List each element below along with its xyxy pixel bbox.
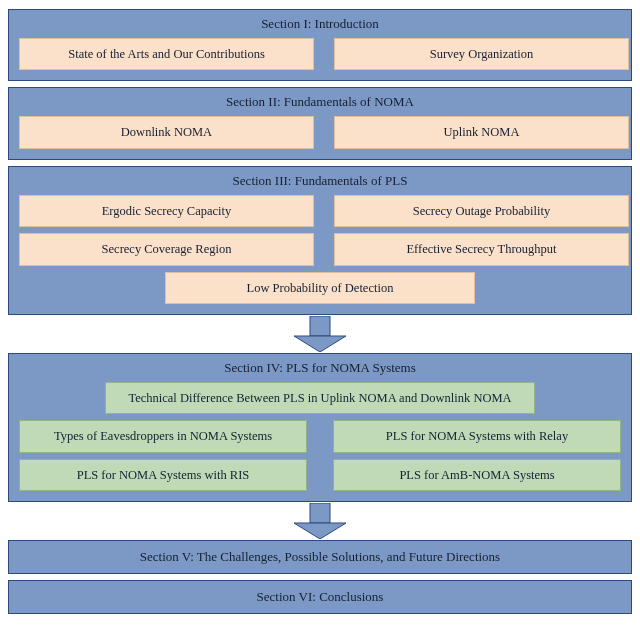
section-2-row: Downlink NOMA Uplink NOMA [19,116,621,148]
chip-secrecy-outage-probability: Secrecy Outage Probability [334,195,629,227]
chip-pls-noma-relay: PLS for NOMA Systems with Relay [333,420,621,452]
chip-effective-secrecy-throughput: Effective Secrecy Throughput [334,233,629,265]
section-4-title: Section IV: PLS for NOMA Systems [19,360,621,376]
section-4-row-top: Technical Difference Between PLS in Upli… [19,382,621,414]
section-2-title: Section II: Fundamentals of NOMA [19,94,621,110]
chip-ergodic-secrecy-capacity: Ergodic Secrecy Capacity [19,195,314,227]
section-1-title: Section I: Introduction [19,16,621,32]
section-3-row-1: Ergodic Secrecy Capacity Secrecy Outage … [19,195,621,227]
chip-low-probability-of-detection: Low Probability of Detection [165,272,475,304]
section-4-row-1: Types of Eavesdroppers in NOMA Systems P… [19,420,621,452]
chip-downlink-noma: Downlink NOMA [19,116,314,148]
chip-secrecy-coverage-region: Secrecy Coverage Region [19,233,314,265]
chip-state-of-the-arts: State of the Arts and Our Contributions [19,38,314,70]
svg-marker-1 [294,336,346,352]
svg-rect-2 [310,503,330,523]
svg-marker-3 [294,523,346,539]
section-6-bar: Section VI: Conclusions [8,580,632,614]
chip-types-of-eavesdroppers: Types of Eavesdroppers in NOMA Systems [19,420,307,452]
diagram-root: Section I: Introduction State of the Art… [6,6,634,617]
chip-uplink-noma: Uplink NOMA [334,116,629,148]
section-2-panel: Section II: Fundamentals of NOMA Downlin… [8,87,632,159]
chip-technical-difference: Technical Difference Between PLS in Upli… [105,382,535,414]
section-3-row-3: Low Probability of Detection [19,272,621,304]
chip-pls-amb-noma: PLS for AmB-NOMA Systems [333,459,621,491]
svg-rect-0 [310,316,330,336]
section-5-bar: Section V: The Challenges, Possible Solu… [8,540,632,574]
chip-pls-noma-ris: PLS for NOMA Systems with RIS [19,459,307,491]
chip-survey-organization: Survey Organization [334,38,629,70]
arrow-down-icon [8,316,632,352]
section-3-row-2: Secrecy Coverage Region Effective Secrec… [19,233,621,265]
section-4-row-2: PLS for NOMA Systems with RIS PLS for Am… [19,459,621,491]
section-3-title: Section III: Fundamentals of PLS [19,173,621,189]
arrow-down-icon [8,503,632,539]
section-1-panel: Section I: Introduction State of the Art… [8,9,632,81]
section-3-panel: Section III: Fundamentals of PLS Ergodic… [8,166,632,315]
section-4-panel: Section IV: PLS for NOMA Systems Technic… [8,353,632,502]
section-1-row: State of the Arts and Our Contributions … [19,38,621,70]
